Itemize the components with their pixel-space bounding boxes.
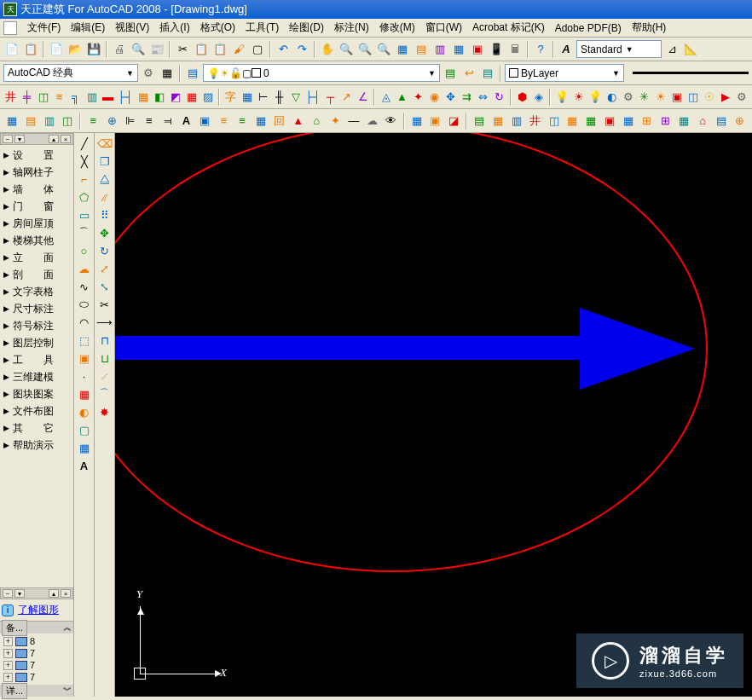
sidebar2-minimize-icon[interactable]: − <box>3 589 13 598</box>
lib6-icon[interactable]: ▦ <box>564 113 581 130</box>
copy-tool-icon[interactable]: ❐ <box>96 153 113 170</box>
align-l-icon[interactable]: ⊫ <box>122 113 139 130</box>
layout2-icon[interactable]: ▤ <box>22 113 39 130</box>
publish-icon[interactable]: 📰 <box>148 41 165 58</box>
move-icon[interactable]: ✥ <box>443 89 458 106</box>
block-icon[interactable]: ▢ <box>249 41 266 58</box>
sidebar-item-other[interactable]: ▶其 它 <box>2 419 72 437</box>
backup-tab[interactable]: 备... <box>2 620 27 636</box>
block2-icon[interactable]: ▣ <box>427 113 444 130</box>
extend-tool-icon[interactable]: ⟶ <box>96 314 113 331</box>
table-tool-icon[interactable]: ▦ <box>76 439 93 456</box>
dimv-icon[interactable]: ┬ <box>323 89 338 106</box>
sidebar-item-stairs[interactable]: ▶楼梯其他 <box>2 232 72 249</box>
polygon-tool-icon[interactable]: ⬠ <box>76 188 93 205</box>
tree-item-8[interactable]: +8 <box>2 635 72 647</box>
tree-icon[interactable]: ≡ <box>84 113 101 130</box>
point-tool-icon[interactable]: · <box>76 367 93 385</box>
menu-acrobat[interactable]: Acrobat 标记(K) <box>467 19 550 37</box>
text-style-btn[interactable]: A <box>558 41 575 58</box>
room-icon[interactable]: ▬ <box>101 89 115 106</box>
dimline-icon[interactable]: ⊢ <box>256 89 270 106</box>
tool-palette-icon[interactable]: ▥ <box>431 41 448 58</box>
lib7-icon[interactable]: ▦ <box>582 113 599 130</box>
title2-icon[interactable]: ≡ <box>234 113 251 130</box>
erase-tool-icon[interactable]: ⌫ <box>96 135 113 152</box>
layer-state-icon[interactable]: ▤ <box>442 65 459 82</box>
open-icon[interactable]: 📂 <box>67 41 84 58</box>
print-icon[interactable]: 🖨 <box>111 41 128 58</box>
window-icon[interactable]: ▥ <box>84 89 99 106</box>
view3d-icon[interactable]: ◈ <box>531 89 546 106</box>
lib11-icon[interactable]: ⊞ <box>657 113 674 130</box>
copy-tz-icon[interactable]: ⇉ <box>460 89 474 106</box>
lib14-icon[interactable]: ▤ <box>713 113 730 130</box>
menu-file[interactable]: 文件(F) <box>22 19 66 37</box>
cloud-icon[interactable]: ☁ <box>364 113 381 130</box>
scale2-icon[interactable]: 回 <box>271 113 288 130</box>
spotlight-icon[interactable]: ◐ <box>604 89 619 106</box>
workspace-settings-icon[interactable]: ⚙ <box>140 65 157 82</box>
frame-icon[interactable]: ▣ <box>196 113 213 130</box>
dimstyle-icon[interactable]: 📐 <box>682 41 699 58</box>
sidebar-item-axis[interactable]: ▶轴网柱子 <box>2 164 72 181</box>
fillet-tool-icon[interactable]: ⌒ <box>96 385 113 402</box>
menu-draw[interactable]: 绘图(D) <box>284 19 329 37</box>
mirror-tool-icon[interactable]: ⧋ <box>96 171 113 188</box>
redo-icon[interactable]: ↷ <box>293 41 310 58</box>
fly-icon[interactable]: ☉ <box>702 89 716 106</box>
layout4-icon[interactable]: ◫ <box>60 113 77 130</box>
sidebar-options-icon[interactable]: ▾ <box>14 135 25 143</box>
chamfer-tool-icon[interactable]: ⟋ <box>96 367 113 385</box>
sidebar-item-layer[interactable]: ▶图层控制 <box>2 334 72 351</box>
gear-icon[interactable]: ⚙ <box>621 89 635 106</box>
circle-tool-icon[interactable]: ○ <box>76 242 93 259</box>
insert-block-tool-icon[interactable]: ⬚ <box>76 332 93 349</box>
layout3-icon[interactable]: ▥ <box>41 113 58 130</box>
lib5-icon[interactable]: ◫ <box>546 113 563 130</box>
sidebar-minimize-icon[interactable]: − <box>3 135 13 143</box>
lib3-icon[interactable]: ▥ <box>508 113 525 130</box>
hatch-icon[interactable]: ▨ <box>200 89 215 106</box>
camera-icon[interactable]: ▣ <box>669 89 684 106</box>
text-style-combo[interactable]: Standard▼ <box>576 40 662 58</box>
elev-icon[interactable]: ▽ <box>288 89 303 106</box>
tree-item-7c[interactable]: +7 <box>2 671 72 683</box>
dimh-icon[interactable]: ├┤ <box>304 89 321 106</box>
3d-icon[interactable]: ⬢ <box>515 89 529 106</box>
model-icon[interactable]: ▲ <box>290 113 307 130</box>
drawing-canvas[interactable]: Y X ▷ 溜溜自学 zixue.3d66.com <box>115 133 752 697</box>
animate-icon[interactable]: ▶ <box>718 89 732 106</box>
sheet-set-icon[interactable]: ▦ <box>450 41 467 58</box>
mirror-icon[interactable]: ⇔ <box>476 89 490 106</box>
xline-tool-icon[interactable]: ╳ <box>76 153 93 170</box>
match-icon[interactable]: 🖌 <box>230 41 247 58</box>
new-icon[interactable]: 📄 <box>48 41 65 58</box>
stairs-icon[interactable]: ▦ <box>136 89 150 106</box>
lib4-icon[interactable]: 井 <box>527 113 544 130</box>
explode-tool-icon[interactable]: ✸ <box>96 403 113 420</box>
sidebar-item-file[interactable]: ▶文件布图 <box>2 402 72 419</box>
align-c-icon[interactable]: ≡ <box>141 113 158 130</box>
dima-icon[interactable]: ∠ <box>356 89 370 106</box>
learn-drawing-link[interactable]: 了解图形 <box>16 601 61 619</box>
menu-modify[interactable]: 修改(M) <box>374 19 420 37</box>
sidebar-item-wall[interactable]: ▶墙 体 <box>2 181 72 198</box>
dimcont-icon[interactable]: ╫ <box>272 89 286 106</box>
axis-icon[interactable]: 井 <box>3 89 18 106</box>
layer-prev-icon[interactable]: ↩ <box>460 65 477 82</box>
layer-props-icon[interactable]: ▤ <box>184 65 201 82</box>
door-icon[interactable]: ╗ <box>68 89 83 106</box>
zoom-rt-icon[interactable]: 🔍 <box>338 41 355 58</box>
menu-insert[interactable]: 插入(I) <box>154 19 194 37</box>
workspace-combo[interactable]: AutoCAD 经典▼ <box>3 64 138 82</box>
array-tool-icon[interactable]: ⠿ <box>96 206 113 223</box>
properties-icon[interactable]: ▦ <box>394 41 411 58</box>
move-tool-icon[interactable]: ✥ <box>96 224 113 241</box>
arrow-icon[interactable]: ▲ <box>395 89 409 106</box>
text-a-icon[interactable]: A <box>178 113 195 130</box>
region-tool-icon[interactable]: ▢ <box>76 421 93 438</box>
make-block-tool-icon[interactable]: ▣ <box>76 350 93 367</box>
sidebar2-close-icon[interactable]: × <box>61 589 71 598</box>
ellipse-arc-tool-icon[interactable]: ◠ <box>76 314 93 331</box>
